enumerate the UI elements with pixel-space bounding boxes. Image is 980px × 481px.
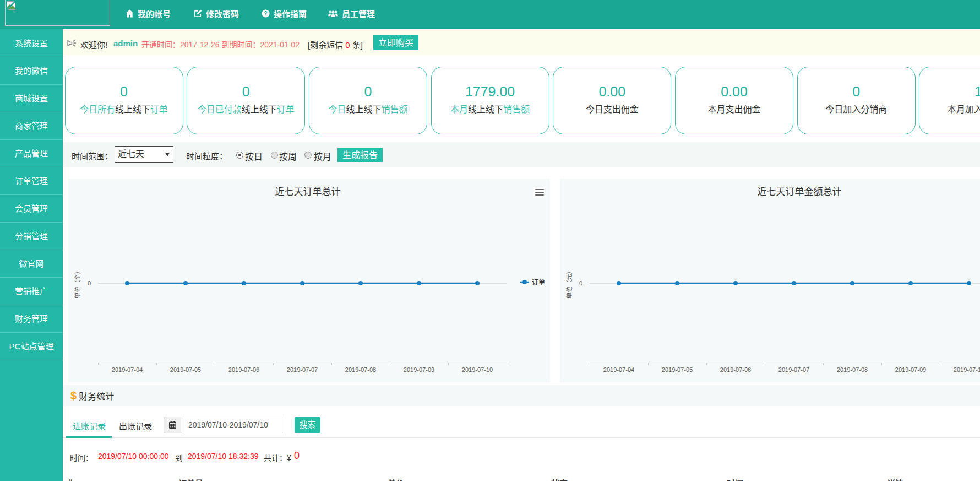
svg-text:2019-07-10: 2019-07-10 [954,366,980,373]
svg-text:单位（个）: 单位（个） [74,268,81,299]
svg-text:2019-07-08: 2019-07-08 [345,366,376,373]
svg-text:2019-07-07: 2019-07-07 [287,366,318,373]
svg-text:2019-07-05: 2019-07-05 [170,366,201,373]
svg-text:近七天订单总计: 近七天订单总计 [275,187,341,197]
svg-text:2019-07-04: 2019-07-04 [112,366,143,373]
svg-text:2019-07-09: 2019-07-09 [895,366,926,373]
svg-text:2019-07-07: 2019-07-07 [778,366,809,373]
svg-text:订单: 订单 [532,278,545,287]
svg-text:2019-07-04: 2019-07-04 [603,366,634,373]
svg-text:单位（元）: 单位（元） [565,268,573,299]
svg-text:2019-07-09: 2019-07-09 [404,366,434,373]
svg-text:近七天订单金额总计: 近七天订单金额总计 [758,187,842,197]
svg-text:?: ? [264,10,267,17]
svg-text:2019-07-10: 2019-07-10 [462,366,493,373]
svg-text:0: 0 [88,280,91,287]
svg-text:2019-07-08: 2019-07-08 [837,366,868,373]
svg-text:2019-07-05: 2019-07-05 [662,366,693,373]
svg-text:2019-07-06: 2019-07-06 [228,366,259,373]
svg-text:2019-07-06: 2019-07-06 [720,366,751,373]
svg-text:0: 0 [579,280,582,287]
